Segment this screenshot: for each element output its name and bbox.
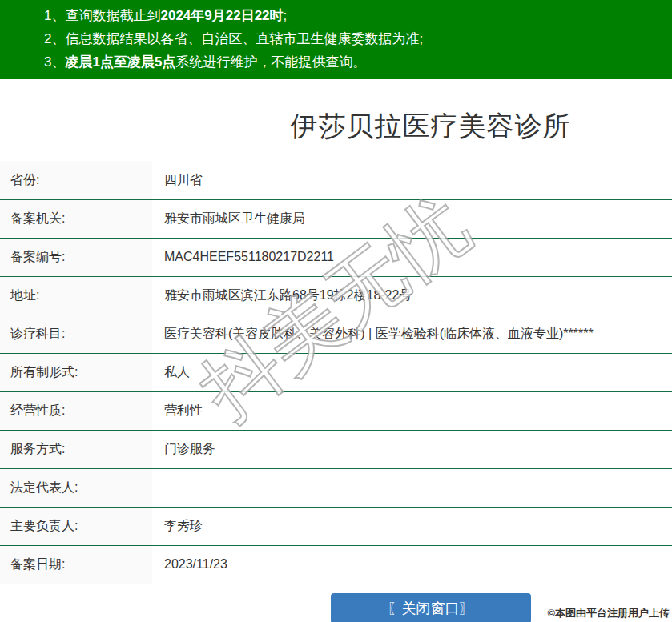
main-content: 伊莎贝拉医疗美容诊所 省份:四川省备案机关:雅安市雨城区卫生健康局备案编号:MA… — [0, 79, 672, 622]
row-label: 备案机关: — [0, 199, 152, 238]
table-row: 法定代表人: — [0, 468, 672, 507]
row-value: 雅安市雨城区卫生健康局 — [152, 199, 672, 238]
page-title: 伊莎贝拉医疗美容诊所 — [0, 79, 672, 145]
notice-text: 信息数据结果以各省、自治区、直辖市卫生健康委数据为准; — [65, 31, 423, 46]
notice-number: 1、 — [44, 8, 65, 23]
row-value: MAC4HEEF551180217D2211 — [152, 238, 672, 276]
row-value: 门诊服务 — [152, 430, 672, 468]
notice-line-1: 1、查询数据截止到2024年9月22日22时; — [44, 4, 672, 27]
notice-text-bold: 凌晨1点至凌晨5点 — [65, 54, 175, 70]
table-row: 主要负责人:李秀珍 — [0, 507, 672, 545]
table-row: 备案机关:雅安市雨城区卫生健康局 — [0, 199, 672, 238]
notice-text-bold: 2024年9月22日22时 — [160, 8, 283, 23]
row-label: 所有制形式: — [0, 353, 152, 391]
table-row: 经营性质:营利性 — [0, 391, 672, 430]
notice-number: 2、 — [44, 31, 65, 46]
table-row: 备案日期:2023/11/23 — [0, 545, 672, 584]
copyright-watermark: ©本图由平台注册用户上传 — [547, 606, 670, 620]
table-row: 诊疗科目:医疗美容科(美容皮肤科、美容外科) | 医学检验科(临床体液、血液专业… — [0, 315, 672, 353]
table-row: 省份:四川省 — [0, 161, 672, 199]
info-table-body: 省份:四川省备案机关:雅安市雨城区卫生健康局备案编号:MAC4HEEF55118… — [0, 161, 672, 584]
row-value: 2023/11/23 — [152, 545, 672, 584]
row-label: 主要负责人: — [0, 507, 152, 545]
row-value — [152, 468, 672, 507]
row-value: 私人 — [152, 353, 672, 391]
row-label: 诊疗科目: — [0, 315, 152, 353]
row-label: 地址: — [0, 276, 152, 315]
notice-line-3: 3、凌晨1点至凌晨5点系统进行维护，不能提供查询。 — [44, 50, 672, 74]
notice-text: ; — [284, 8, 288, 23]
close-window-button[interactable]: 〖关闭窗口〗 — [331, 593, 531, 622]
row-label: 省份: — [0, 161, 152, 199]
row-value: 雅安市雨城区滨江东路68号19栋2楼18-22号 — [152, 276, 672, 315]
row-value: 四川省 — [152, 161, 672, 199]
row-label: 经营性质: — [0, 391, 152, 430]
table-row: 地址:雅安市雨城区滨江东路68号19栋2楼18-22号 — [0, 276, 672, 315]
table-row: 备案编号:MAC4HEEF551180217D2211 — [0, 238, 672, 276]
notice-number: 3、 — [44, 54, 65, 70]
notice-line-2: 2、信息数据结果以各省、自治区、直辖市卫生健康委数据为准; — [44, 27, 672, 50]
row-label: 备案日期: — [0, 545, 152, 584]
notice-text: 查询数据截止到 — [65, 8, 160, 23]
row-value: 李秀珍 — [152, 507, 672, 545]
row-label: 法定代表人: — [0, 468, 152, 507]
row-label: 备案编号: — [0, 238, 152, 276]
info-table: 省份:四川省备案机关:雅安市雨城区卫生健康局备案编号:MAC4HEEF55118… — [0, 161, 672, 584]
notice-text: 系统进行维护，不能提供查询。 — [175, 54, 366, 70]
row-value: 医疗美容科(美容皮肤科、美容外科) | 医学检验科(临床体液、血液专业)****… — [152, 315, 672, 353]
row-value: 营利性 — [152, 391, 672, 430]
table-row: 所有制形式:私人 — [0, 353, 672, 391]
notice-banner: 1、查询数据截止到2024年9月22日22时; 2、信息数据结果以各省、自治区、… — [0, 0, 672, 79]
row-label: 服务方式: — [0, 430, 152, 468]
table-row: 服务方式:门诊服务 — [0, 430, 672, 468]
